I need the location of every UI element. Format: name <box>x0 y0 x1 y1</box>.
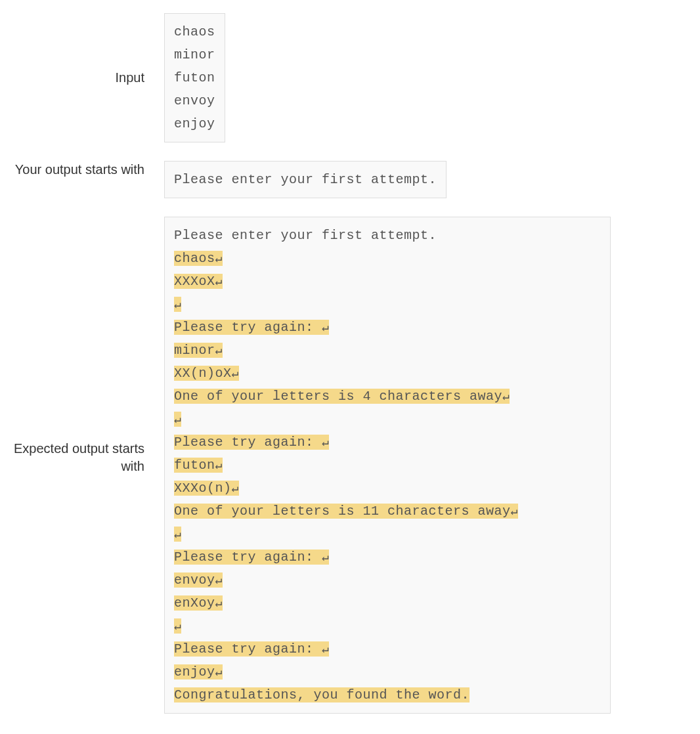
expected-text: Please try again: <box>174 435 322 450</box>
expected-text: Please try again: <box>174 641 322 657</box>
newline-icon <box>502 389 510 404</box>
expected-line: One of your letters is 11 characters awa… <box>174 500 601 523</box>
newline-icon <box>215 251 223 266</box>
expected-line: Please try again: <box>174 546 601 569</box>
your-output-box: Please enter your first attempt. <box>164 161 447 198</box>
expected-line <box>174 523 601 546</box>
newline-icon <box>511 504 518 519</box>
input-line: enjoy <box>174 112 215 135</box>
expected-output-box: Please enter your first attempt. chaos X… <box>164 217 611 714</box>
expected-line: futon <box>174 454 601 477</box>
newline-icon <box>174 527 181 542</box>
expected-line: Please try again: <box>174 431 601 454</box>
newline-icon <box>174 618 181 634</box>
expected-text: futon <box>174 458 215 473</box>
expected-text: XX(n)oX <box>174 366 232 381</box>
expected-output-row: Expected output starts with Please enter… <box>13 217 687 714</box>
newline-icon <box>232 481 239 496</box>
your-output-label: Your output starts with <box>13 161 164 179</box>
input-label: Input <box>13 69 164 87</box>
expected-line: envoy <box>174 569 601 592</box>
newline-icon <box>215 274 223 289</box>
expected-line: Congratulations, you found the word. <box>174 683 601 706</box>
expected-line: Please try again: <box>174 316 601 339</box>
expected-output-label: Expected output starts with <box>13 217 164 475</box>
newline-icon <box>232 366 239 381</box>
expected-text: Please try again: <box>174 320 322 335</box>
input-code-box: chaos minor futon envoy enjoy <box>164 13 225 142</box>
expected-line: enXoy <box>174 592 601 615</box>
expected-text: minor <box>174 343 215 358</box>
input-line: futon <box>174 66 215 89</box>
input-line: chaos <box>174 20 215 43</box>
expected-text: XXXo(n) <box>174 481 232 496</box>
newline-icon <box>215 664 223 680</box>
newline-icon <box>322 550 329 565</box>
newline-icon <box>215 595 223 611</box>
input-value-col: chaos minor futon envoy enjoy <box>164 13 687 142</box>
newline-icon <box>215 572 223 588</box>
input-row: Input chaos minor futon envoy enjoy <box>13 13 687 142</box>
your-output-row: Your output starts with Please enter you… <box>13 161 687 198</box>
expected-line: chaos <box>174 247 601 270</box>
expected-text: chaos <box>174 251 215 266</box>
expected-text: enXoy <box>174 595 215 611</box>
newline-icon <box>215 343 223 358</box>
newline-icon <box>322 320 329 335</box>
your-output-value-col: Please enter your first attempt. <box>164 161 687 198</box>
expected-line <box>174 408 601 431</box>
expected-text: Please try again: <box>174 550 322 565</box>
expected-line-plain: Please enter your first attempt. <box>174 224 601 247</box>
expected-line: One of your letters is 4 characters away <box>174 385 601 408</box>
newline-icon <box>215 458 223 473</box>
expected-line: enjoy <box>174 660 601 683</box>
expected-text: One of your letters is 11 characters awa… <box>174 504 511 519</box>
expected-line: XXXo(n) <box>174 477 601 500</box>
expected-text: One of your letters is 4 characters away <box>174 389 502 404</box>
expected-line: Please try again: <box>174 637 601 660</box>
newline-icon <box>322 435 329 450</box>
expected-text: enjoy <box>174 664 215 680</box>
input-line: minor <box>174 43 215 66</box>
expected-output-value-col: Please enter your first attempt. chaos X… <box>164 217 687 714</box>
newline-icon <box>174 412 181 427</box>
input-line: envoy <box>174 89 215 112</box>
newline-icon <box>174 297 181 312</box>
expected-text: XXXoX <box>174 274 215 289</box>
newline-icon <box>322 641 329 657</box>
expected-line <box>174 293 601 316</box>
expected-line: XXXoX <box>174 270 601 293</box>
expected-text: envoy <box>174 572 215 588</box>
expected-text: Congratulations, you found the word. <box>174 687 470 702</box>
expected-line <box>174 615 601 637</box>
expected-line: minor <box>174 339 601 362</box>
your-output-text: Please enter your first attempt. <box>174 172 437 187</box>
expected-line: XX(n)oX <box>174 362 601 385</box>
